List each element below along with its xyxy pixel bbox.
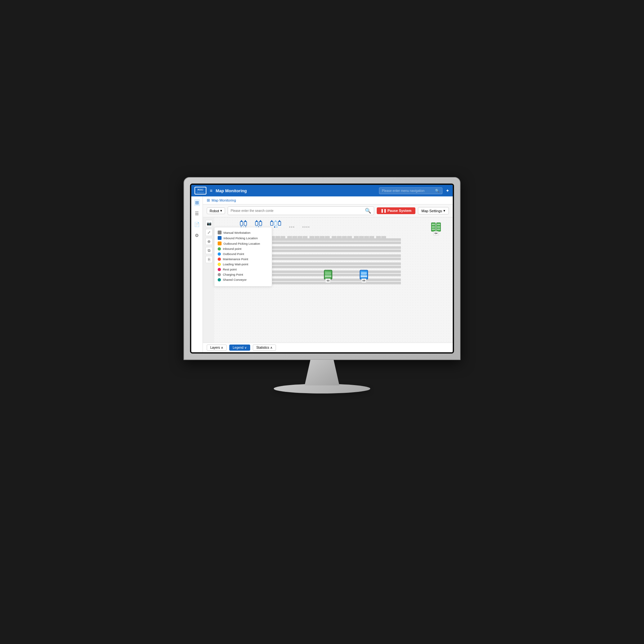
station-4-dots-top (289, 226, 294, 228)
content-area: ⊞ Map Monitoring Robot ▾ 🔍 (203, 196, 453, 352)
logo: HAI Robotics (194, 187, 206, 194)
svg-rect-20 (259, 222, 262, 225)
page-title: Map Monitoring (216, 188, 376, 193)
main-content: ⊞ ☰ 📄 ⚙ ⊞ Map Monitoring (191, 196, 453, 352)
station-arrow-icon (270, 220, 273, 226)
map-search-input[interactable] (231, 209, 364, 213)
legend-button[interactable]: Legend ∨ (229, 345, 250, 351)
expand-button[interactable]: ⤢ (205, 229, 213, 236)
legend-item-manual-workstation: Manual Workstation (218, 231, 269, 234)
legend-label-inbound-picking: Inbound Picking Location (223, 236, 258, 240)
picking-stations-area (240, 220, 309, 228)
map-search-icon[interactable]: 🔍 (365, 208, 371, 214)
station-arrow-icon (259, 220, 262, 226)
legend-label-rest: Rest point (223, 268, 237, 271)
svg-rect-18 (255, 222, 258, 225)
svg-marker-25 (274, 220, 277, 222)
legend-item-loading-wait: Loading Wait-point (218, 262, 269, 266)
legend-label-outbound-picking: Outbound Picking Location (223, 242, 260, 245)
legend-icon-maintenance (218, 258, 221, 261)
legend-label-conveyor: Shared Conveyor (223, 278, 247, 281)
copy-button[interactable]: ⎘ (205, 256, 213, 263)
top-search-icon[interactable]: 🔍 (435, 189, 440, 193)
legend-label-loading-wait: Loading Wait-point (223, 262, 248, 266)
sidebar-icon-list[interactable]: ☰ (194, 210, 200, 217)
logo-hai-text: HAI (197, 188, 204, 191)
station-3 (270, 220, 281, 228)
station-2 (255, 220, 262, 228)
station-3-arrows (270, 220, 281, 226)
station-arrow-icon (240, 220, 243, 226)
map-settings-button[interactable]: Map Settings ▾ (418, 207, 449, 214)
robot-03-bottom (325, 275, 331, 277)
legend-item-conveyor: Shared Conveyor (218, 278, 269, 281)
search-input-wrapper[interactable]: 🔍 (228, 206, 374, 215)
robot-05-top (361, 272, 367, 275)
robot-05-container[interactable]: 05 (360, 270, 368, 279)
svg-marker-21 (259, 220, 262, 222)
station-5-dots-top (302, 226, 309, 228)
legend-item-inbound-picking: Inbound Picking Location (218, 236, 269, 240)
svg-marker-17 (244, 220, 247, 222)
robot-05-body: 05 (360, 270, 368, 279)
robot-04-label: 04 (433, 231, 439, 235)
breadcrumb-icon: ⊞ (207, 198, 210, 203)
legend-item-rest: Rest point (218, 268, 269, 271)
statistics-button[interactable]: Statistics ∧ (253, 345, 276, 351)
svg-marker-15 (240, 220, 243, 222)
svg-rect-22 (270, 222, 273, 225)
sidebar-icon-file[interactable]: 📄 (193, 221, 201, 228)
layers-button[interactable]: ⧉ (205, 247, 213, 254)
map-controls: 📷 ⤢ ⊕ ⧉ ⎘ (205, 220, 213, 263)
settings-icon[interactable]: ✦ (446, 188, 450, 193)
pause-system-button[interactable]: ❚❚ Pause System (377, 207, 415, 214)
station-3-dots (274, 226, 278, 228)
svg-rect-14 (240, 222, 243, 225)
robot-03-label: 03 (325, 279, 331, 283)
logo-sub-text: Robotics (197, 191, 204, 193)
toolbar: Robot ▾ 🔍 ❚❚ Pause System Map Settings ▾ (203, 204, 453, 217)
screenshot-button[interactable]: 📷 (205, 220, 213, 227)
svg-marker-23 (270, 220, 273, 222)
station-arrow-icon (244, 220, 247, 226)
target-button[interactable]: ⊕ (205, 238, 213, 245)
breadcrumb-text: Map Monitoring (212, 198, 236, 202)
robot-04-container[interactable]: 04 (431, 223, 441, 232)
monitor-stand (303, 360, 341, 385)
sidebar-icon-settings[interactable]: ⚙ (194, 232, 200, 239)
map-wrapper: 📷 ⤢ ⊕ ⧉ ⎘ (203, 217, 453, 343)
layers-button[interactable]: Layers ∧ (207, 345, 227, 351)
robot-05-label: 05 (361, 279, 367, 283)
legend-label-outbound-point: Outbound Point (223, 252, 244, 256)
station-1-arrows (240, 220, 247, 226)
sidebar-icon-monitor[interactable]: ⊞ (194, 199, 200, 206)
legend-item-outbound-picking: Outbound Picking Location (218, 241, 269, 245)
robot-04-rack-right (436, 223, 441, 232)
robot-03-container[interactable]: 03 (324, 270, 332, 279)
screen: HAI Robotics ≡ Map Monitoring 🔍 ✦ ⊞ (191, 185, 453, 352)
legend-item-charging: Charging Point (218, 273, 269, 276)
breadcrumb: ⊞ Map Monitoring (203, 196, 453, 204)
screen-bezel: HAI Robotics ≡ Map Monitoring 🔍 ✦ ⊞ (190, 184, 454, 354)
hamburger-icon[interactable]: ≡ (210, 188, 212, 193)
chevron-down-icon: ▾ (220, 209, 222, 213)
left-sidebar: ⊞ ☰ 📄 ⚙ (191, 196, 203, 352)
svg-rect-26 (278, 222, 281, 225)
station-2-arrows (255, 220, 262, 226)
legend-item-maintenance: Maintenance Point (218, 257, 269, 261)
legend-icon-outbound-picking (218, 241, 222, 245)
legend-icon-inbound-picking (218, 236, 222, 240)
top-search-box[interactable]: 🔍 (379, 187, 442, 194)
legend-panel: Manual Workstation Inbound Picking Locat… (214, 227, 272, 287)
monitor-body: HAI Robotics ≡ Map Monitoring 🔍 ✦ ⊞ (184, 177, 460, 360)
top-search-input[interactable] (382, 189, 433, 193)
svg-rect-16 (244, 222, 247, 225)
legend-item-inbound-point: Inbound point (218, 247, 269, 251)
legend-icon-outbound-point (218, 252, 221, 256)
robot-dropdown[interactable]: Robot ▾ (207, 207, 225, 214)
bottom-bar: Layers ∧ Legend ∨ Statistics ∧ (203, 343, 453, 352)
robot-04-rack-left (431, 223, 436, 232)
svg-marker-27 (278, 220, 281, 222)
legend-icon-manual (218, 231, 222, 234)
svg-rect-24 (274, 222, 277, 225)
